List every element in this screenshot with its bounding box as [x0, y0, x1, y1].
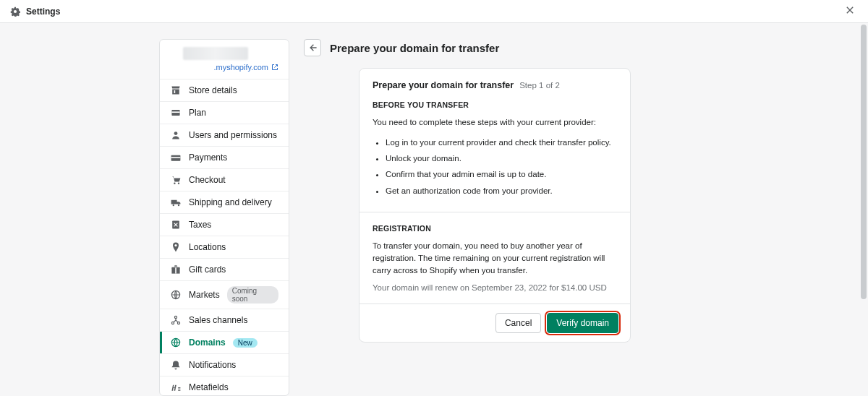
sidebar-item-label: Metafields — [189, 382, 229, 392]
svg-rect-1 — [171, 111, 179, 113]
domains-icon — [170, 337, 182, 348]
sidebar-item-label: Sales channels — [189, 315, 247, 325]
store-icon — [170, 85, 182, 96]
sidebar-item-payments[interactable]: Payments — [160, 146, 289, 168]
card-title: Prepare your domain for transfer — [373, 80, 514, 90]
svg-rect-3 — [171, 155, 181, 161]
notifications-icon — [170, 359, 182, 371]
sidebar-nav-list: Store detailsPlanUsers and permissionsPa… — [160, 79, 289, 396]
verify-domain-button[interactable]: Verify domain — [547, 313, 618, 333]
sidebar-badge: New — [233, 338, 258, 348]
before-intro-text: You need to complete these steps with yo… — [373, 116, 617, 129]
settings-page: .myshopify.com Store detailsPlanUsers an… — [0, 23, 868, 396]
svg-point-6 — [178, 183, 179, 184]
scrollbar[interactable] — [859, 25, 867, 395]
svg-point-7 — [173, 205, 174, 206]
plan-icon — [170, 107, 182, 119]
card-section-before: Prepare your domain for transfer Step 1 … — [359, 69, 630, 212]
svg-rect-13 — [175, 267, 176, 274]
sidebar-item-label: Shipping and delivery — [189, 197, 272, 207]
settings-topbar: Settings — [0, 0, 868, 23]
sidebar-item-gift[interactable]: Gift cards — [160, 258, 289, 280]
before-step-item: Unlock your domain. — [386, 152, 617, 165]
main-header: Prepare your domain for transfer — [304, 39, 709, 56]
sidebar-item-locations[interactable]: Locations — [160, 236, 289, 258]
payments-icon — [170, 152, 182, 163]
svg-point-5 — [174, 183, 175, 184]
sidebar-item-markets[interactable]: MarketsComing soon — [160, 280, 289, 309]
sidebar-item-label: Checkout — [189, 175, 226, 185]
store-name-redacted — [183, 47, 248, 60]
card-footer: Cancel Verify domain — [359, 304, 630, 342]
sidebar-item-label: Users and permissions — [189, 130, 277, 140]
sidebar-item-plan[interactable]: Plan — [160, 101, 289, 124]
settings-sidebar: .myshopify.com Store detailsPlanUsers an… — [159, 39, 289, 396]
transfer-card: Prepare your domain for transfer Step 1 … — [359, 68, 631, 343]
scrollbar-thumb[interactable] — [861, 25, 867, 299]
sidebar-item-metafields[interactable]: Metafields — [160, 376, 289, 396]
sidebar-item-label: Store details — [189, 85, 237, 95]
page-title: Prepare your domain for transfer — [330, 42, 499, 54]
sidebar-item-store[interactable]: Store details — [160, 79, 289, 101]
sidebar-item-label: Taxes — [189, 220, 211, 230]
sidebar-item-checkout[interactable]: Checkout — [160, 168, 289, 191]
sidebar-item-label: Payments — [189, 152, 227, 163]
cancel-button[interactable]: Cancel — [495, 313, 541, 333]
locations-icon — [170, 241, 182, 253]
channels-icon — [170, 314, 182, 326]
gift-icon — [170, 264, 182, 275]
card-section-registration: REGISTRATION To transfer your domain, yo… — [359, 212, 630, 304]
gear-icon — [10, 7, 20, 17]
sidebar-item-label: Notifications — [189, 360, 236, 370]
registration-body: To transfer your domain, you need to buy… — [373, 240, 617, 276]
sidebar-item-label: Locations — [189, 242, 226, 252]
renewal-note: Your domain will renew on September 23, … — [373, 283, 617, 292]
sidebar-item-channels[interactable]: Sales channels — [160, 309, 289, 331]
before-step-item: Get an authorization code from your prov… — [386, 184, 617, 197]
svg-point-15 — [174, 316, 176, 318]
sidebar-item-domains[interactable]: DomainsNew — [160, 331, 289, 353]
before-transfer-label: BEFORE YOU TRANSFER — [373, 100, 617, 109]
sidebar-badge: Coming soon — [227, 286, 278, 304]
sidebar-item-notifications[interactable]: Notifications — [160, 353, 289, 376]
svg-point-2 — [174, 132, 178, 135]
back-button[interactable] — [304, 39, 321, 56]
main-column: Prepare your domain for transfer Prepare… — [304, 39, 709, 396]
close-icon[interactable] — [842, 2, 858, 21]
sidebar-item-label: Domains — [189, 337, 226, 348]
svg-point-10 — [174, 244, 176, 246]
taxes-icon — [170, 219, 182, 231]
before-step-item: Log in to your current provider and chec… — [386, 136, 617, 149]
sidebar-item-label: Gift cards — [189, 264, 226, 275]
shipping-icon — [170, 197, 182, 208]
store-block[interactable]: .myshopify.com — [160, 40, 289, 79]
sidebar-item-taxes[interactable]: Taxes — [160, 213, 289, 236]
users-icon — [170, 129, 182, 141]
arrow-left-icon — [307, 43, 318, 53]
topbar-title: Settings — [26, 7, 60, 17]
svg-point-8 — [178, 205, 179, 206]
registration-label: REGISTRATION — [373, 224, 617, 233]
external-link-icon — [271, 64, 278, 71]
svg-rect-4 — [171, 157, 181, 158]
step-indicator: Step 1 of 2 — [519, 81, 560, 90]
sidebar-item-users[interactable]: Users and permissions — [160, 124, 289, 146]
store-domain-link[interactable]: .myshopify.com — [170, 63, 278, 72]
sidebar-item-label: Markets — [189, 290, 220, 300]
topbar-left: Settings — [10, 7, 60, 17]
sidebar-item-label: Plan — [189, 108, 206, 118]
before-step-item: Confirm that your admin email is up to d… — [386, 168, 617, 181]
before-steps-list: Log in to your current provider and chec… — [373, 136, 617, 198]
sidebar-item-shipping[interactable]: Shipping and delivery — [160, 191, 289, 213]
store-domain-suffix: .myshopify.com — [213, 63, 268, 72]
markets-icon — [170, 289, 182, 301]
checkout-icon — [170, 174, 182, 186]
metafields-icon — [170, 382, 182, 393]
